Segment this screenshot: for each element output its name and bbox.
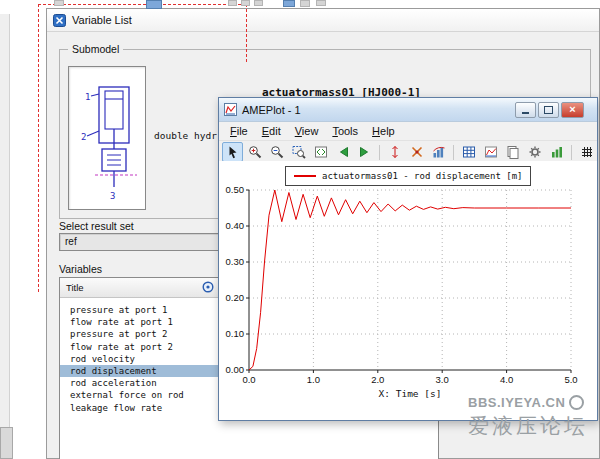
- y-tick-label: 0.40: [226, 220, 245, 231]
- series-line: [249, 190, 571, 370]
- desktop-fragment: [228, 0, 237, 6]
- background-panel: [0, 14, 10, 459]
- toolbar-separator: [453, 145, 454, 160]
- menu-file[interactable]: File: [223, 124, 255, 138]
- ameplot-icon: [224, 103, 237, 116]
- desktop-fragment: [254, 0, 263, 6]
- port-label-2: 2: [81, 132, 86, 142]
- plot-canvas[interactable]: 0.01.02.03.04.05.00.000.100.200.300.400.…: [219, 161, 597, 420]
- desktop-fragment: [316, 0, 326, 6]
- x-tick-label: 1.0: [307, 374, 320, 385]
- close-button[interactable]: ×: [561, 102, 584, 118]
- background-corner-box: [0, 427, 13, 459]
- watermark-site-text: BBS.IYEYA.CN: [468, 395, 565, 410]
- zoom-window-icon[interactable]: [288, 142, 309, 162]
- variables-label: Variables: [59, 263, 102, 275]
- hydraulic-jack-sketch: 1 2 3: [69, 67, 143, 207]
- x-tick-label: 4.0: [500, 374, 513, 385]
- y-tick-label: 0.30: [226, 256, 245, 267]
- variable-list-icon: [53, 14, 66, 27]
- plot-legend[interactable]: actuatormass01 - rod displacement [m]: [285, 166, 531, 186]
- grid-view-icon[interactable]: [576, 142, 597, 162]
- legend-line-sample: [294, 175, 316, 177]
- x-tick-label: 5.0: [564, 374, 577, 385]
- select-pointer-icon[interactable]: [222, 142, 243, 162]
- submodel-group-label: Submodel: [68, 43, 123, 55]
- menu-edit[interactable]: Edit: [255, 124, 288, 138]
- add-marker-icon[interactable]: [406, 142, 427, 162]
- y-tick-label: 0.10: [226, 328, 245, 339]
- watermark: BBS.IYEYA.CN 爱液压论坛: [468, 395, 588, 440]
- menu-tools[interactable]: Tools: [325, 124, 365, 138]
- ameplot-title: AMEPlot - 1: [242, 104, 301, 116]
- x-tick-label: 2.0: [371, 374, 384, 385]
- zoom-in-icon[interactable]: [244, 142, 265, 162]
- variables-header-title: Title: [66, 282, 84, 293]
- watermark-site: BBS.IYEYA.CN: [468, 395, 588, 410]
- plot-settings-icon[interactable]: [480, 142, 501, 162]
- watermark-forum-name: 爱液压论坛: [468, 412, 588, 440]
- selection-marquee-right: [246, 4, 247, 62]
- window-controls: ×: [515, 102, 592, 118]
- next-zoom-icon[interactable]: [354, 142, 375, 162]
- previous-zoom-icon[interactable]: [332, 142, 353, 162]
- ameplot-window: AMEPlot - 1 × File Edit View Tools Help: [218, 97, 598, 421]
- toolbar-separator: [571, 145, 572, 160]
- selection-marquee-left: [38, 4, 39, 292]
- y-tick-label: 0.50: [226, 184, 245, 195]
- submodel-description: double hydr: [154, 130, 217, 141]
- cursor-marker-icon[interactable]: [384, 142, 405, 162]
- desktop-fragment: [241, 0, 250, 6]
- y-tick-label: 0.20: [226, 292, 245, 303]
- table-view-icon[interactable]: [458, 142, 479, 162]
- legend-label: actuatormass01 - rod displacement [m]: [322, 171, 522, 181]
- x-axis-title: X: Time [s]: [379, 388, 442, 399]
- preferences-gear-icon[interactable]: [524, 142, 545, 162]
- ameplot-titlebar[interactable]: AMEPlot - 1 ×: [219, 98, 597, 122]
- copy-page-icon[interactable]: [502, 142, 523, 162]
- submodel-schematic: 1 2 3: [68, 66, 146, 210]
- export-chart-icon[interactable]: [546, 142, 567, 162]
- toolbar-separator: [379, 145, 380, 160]
- desktop-fragment: [283, 0, 295, 7]
- y-tick-label: 0.00: [226, 364, 245, 375]
- header-filter-icon[interactable]: [202, 281, 214, 293]
- menu-view[interactable]: View: [288, 124, 326, 138]
- selection-marquee-top: [38, 4, 246, 5]
- menu-bar: File Edit View Tools Help: [219, 122, 597, 141]
- port-label-1: 1: [85, 92, 90, 102]
- variable-list-titlebar[interactable]: Variable List: [47, 9, 599, 32]
- variable-list-title: Variable List: [72, 14, 132, 26]
- port-label-3: 3: [110, 191, 115, 201]
- zoom-fit-icon[interactable]: [310, 142, 331, 162]
- desktop-fragment: [146, 0, 162, 9]
- x-tick-label: 3.0: [436, 374, 449, 385]
- desktop-fragment: [54, 0, 64, 6]
- menu-help[interactable]: Help: [365, 124, 402, 138]
- minimize-button[interactable]: [515, 102, 536, 118]
- histogram-icon[interactable]: [428, 142, 449, 162]
- result-set-label: Select result set: [59, 220, 134, 232]
- watermark-logo-icon: [569, 395, 584, 410]
- desktop-fragment: [300, 0, 310, 7]
- maximize-button[interactable]: [538, 102, 559, 118]
- zoom-out-icon[interactable]: [266, 142, 287, 162]
- x-tick-label: 0.0: [242, 374, 255, 385]
- plot-chart: 0.01.02.03.04.05.00.000.100.200.300.400.…: [219, 161, 597, 420]
